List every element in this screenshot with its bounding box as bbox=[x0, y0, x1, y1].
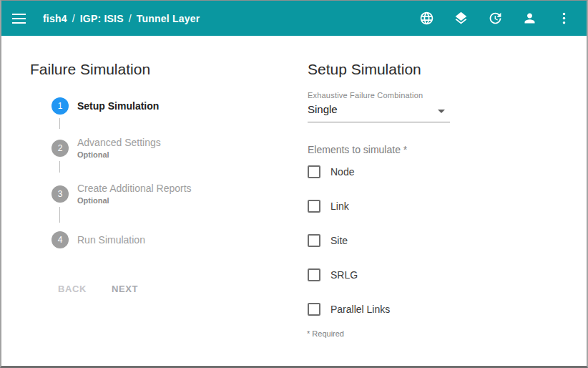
step-connector bbox=[59, 207, 60, 223]
checkbox-box bbox=[308, 200, 320, 213]
checkbox-box bbox=[308, 234, 320, 247]
step-connector bbox=[59, 161, 60, 173]
checkbox-label: Node bbox=[330, 166, 354, 178]
step-label: Create Additional Reports bbox=[77, 183, 192, 195]
user-button[interactable] bbox=[512, 4, 547, 33]
step-sublabel: Optional bbox=[77, 150, 161, 160]
layers-button[interactable] bbox=[444, 4, 478, 33]
step-sublabel: Optional bbox=[77, 195, 192, 205]
checkbox-label: Parallel Links bbox=[330, 304, 390, 315]
panel-title: Setup Simulation bbox=[308, 61, 421, 78]
breadcrumb: fish4 / IGP: ISIS / Tunnel Layer bbox=[43, 1, 200, 36]
checkbox-label: Link bbox=[330, 200, 349, 212]
breadcrumb-network[interactable]: fish4 bbox=[43, 13, 67, 24]
user-icon bbox=[522, 11, 537, 26]
checkbox-srlg[interactable]: SRLG bbox=[308, 268, 358, 281]
checkbox-node[interactable]: Node bbox=[308, 165, 354, 178]
breadcrumb-separator: / bbox=[129, 13, 132, 24]
breadcrumb-layer[interactable]: Tunnel Layer bbox=[137, 13, 200, 24]
menu-icon[interactable] bbox=[12, 13, 28, 24]
step-label: Advanced Settings bbox=[77, 137, 161, 149]
checkbox-box bbox=[308, 303, 320, 316]
step-label: Run Simulation bbox=[77, 234, 145, 246]
combination-field-label: Exhaustive Failure Combination bbox=[308, 91, 423, 100]
more-vert-icon bbox=[557, 11, 572, 26]
step-number-badge: 2 bbox=[52, 140, 69, 157]
step-label: Setup Simulation bbox=[77, 100, 159, 112]
checkbox-parallel-links[interactable]: Parallel Links bbox=[308, 303, 390, 316]
globe-icon bbox=[419, 11, 434, 26]
breadcrumb-separator: / bbox=[72, 13, 75, 24]
combination-selected-value: Single bbox=[308, 103, 338, 115]
next-button[interactable]: NEXT bbox=[112, 284, 138, 294]
step-create-additional-reports[interactable]: 3 Create Additional Reports Optional bbox=[52, 183, 192, 205]
checkbox-link[interactable]: Link bbox=[308, 200, 349, 213]
update-button[interactable] bbox=[478, 4, 512, 33]
step-connector bbox=[59, 118, 60, 129]
update-icon bbox=[488, 11, 503, 26]
checkbox-label: Site bbox=[330, 235, 348, 246]
breadcrumb-protocol[interactable]: IGP: ISIS bbox=[80, 13, 124, 24]
checkbox-site[interactable]: Site bbox=[308, 234, 348, 247]
step-advanced-settings[interactable]: 2 Advanced Settings Optional bbox=[52, 137, 161, 160]
step-setup-simulation[interactable]: 1 Setup Simulation bbox=[52, 97, 159, 115]
appbar-actions bbox=[409, 4, 581, 33]
layers-icon bbox=[454, 11, 469, 26]
step-number-badge: 4 bbox=[52, 231, 69, 248]
checkbox-label: SRLG bbox=[330, 269, 358, 281]
back-button[interactable]: BACK bbox=[58, 284, 87, 294]
checkbox-box bbox=[308, 268, 320, 281]
required-note: * Required bbox=[307, 329, 344, 338]
app-window: fish4 / IGP: ISIS / Tunnel Layer Fail bbox=[0, 0, 588, 368]
more-vert-button[interactable] bbox=[547, 4, 581, 33]
step-run-simulation[interactable]: 4 Run Simulation bbox=[52, 231, 145, 248]
chevron-down-icon bbox=[438, 110, 445, 113]
combination-select[interactable]: Single bbox=[308, 102, 450, 122]
elements-group-label: Elements to simulate * bbox=[308, 144, 407, 155]
step-number-badge: 1 bbox=[52, 97, 69, 115]
page-title: Failure Simulation bbox=[30, 61, 150, 78]
checkbox-box bbox=[308, 165, 320, 178]
globe-button[interactable] bbox=[409, 4, 444, 33]
app-bar: fish4 / IGP: ISIS / Tunnel Layer bbox=[1, 1, 587, 36]
step-number-badge: 3 bbox=[52, 185, 69, 203]
